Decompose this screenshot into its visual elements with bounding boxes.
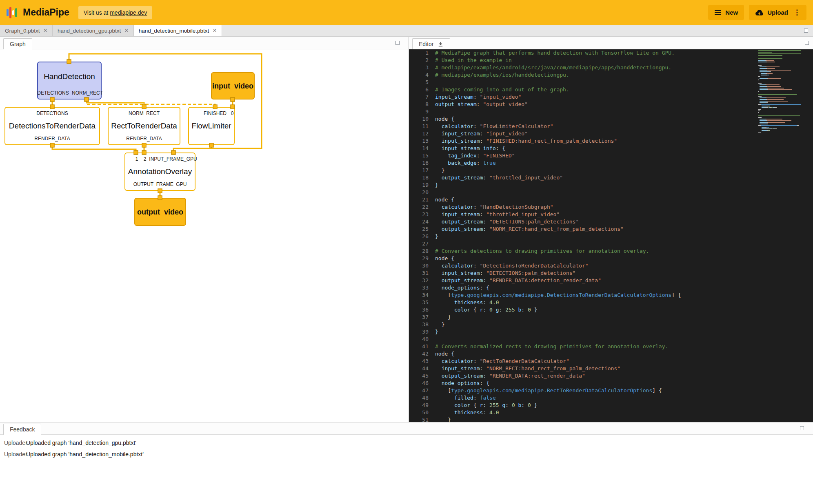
port-label-2: 2 (144, 156, 147, 162)
node-title: input_video (212, 82, 254, 90)
node-title: DetectionsToRenderData (5, 122, 99, 130)
tab-editor-view[interactable]: Editor (412, 38, 450, 49)
port-label-render-data: RENDER_DATA (34, 136, 70, 141)
feedback-row: Uploader Uploaded graph 'hand_detection_… (0, 449, 813, 460)
graph-panel: Graph HandDetection DETECTIONS NORM_RECT… (0, 37, 409, 422)
port-label-output-frame-gpu: OUTPUT_FRAME_GPU (133, 181, 187, 187)
port-label-norm-rect: NORM_RECT (72, 90, 103, 96)
edge-norm-rect (87, 99, 144, 107)
feedback-row: Uploader Uploaded graph 'hand_detection_… (0, 437, 813, 449)
app-title: MediaPipe (23, 7, 69, 18)
port-label-1: 1 (136, 156, 138, 162)
upload-button[interactable]: Upload ⋮ (749, 5, 806, 20)
graph-node-output-video[interactable]: output_video (134, 198, 186, 226)
tab-label: hand_detection_mobile.pbtxt (139, 28, 209, 34)
node-title: RectToRenderData (109, 122, 180, 130)
port-label-render-data: RENDER_DATA (126, 136, 162, 141)
maximize-icon[interactable] (804, 29, 808, 33)
download-icon[interactable] (438, 41, 444, 47)
new-button[interactable]: New (708, 5, 744, 20)
close-icon[interactable]: × (124, 27, 128, 34)
tab-hand-detection-gpu[interactable]: hand_detection_gpu.pbtxt × (53, 25, 134, 36)
visit-chip: Visit us at mediapipe.dev (78, 6, 153, 19)
maximize-icon[interactable] (805, 41, 809, 45)
menu-icon (714, 10, 722, 15)
editor-panel: Editor 1# MediaPipe graph that performs … (409, 37, 813, 422)
feedback-panel-bar: Feedback (0, 422, 813, 435)
edge-throttled-to-overlay (173, 145, 211, 153)
mediapipe-dev-link[interactable]: mediapipe.dev (110, 9, 147, 16)
app-header: MediaPipe Visit us at mediapipe.dev New … (0, 0, 813, 25)
graph-canvas[interactable]: HandDetection DETECTIONS NORM_RECT input… (0, 49, 409, 422)
graph-node-flowlimiter[interactable]: FINISHED 0 FlowLimiter (188, 107, 235, 145)
feedback-source: Uploader (0, 451, 26, 458)
feedback-panel: Feedback Uploader Uploaded graph 'hand_d… (0, 422, 813, 504)
node-title: HandDetection (38, 72, 101, 81)
graph-node-detectionstorenderdata[interactable]: DETECTIONS DetectionsToRenderData RENDER… (4, 107, 100, 145)
port-label-detections: DETECTIONS (37, 90, 69, 96)
code-lines[interactable]: 1# MediaPipe graph that performs hand de… (409, 49, 813, 422)
close-icon[interactable]: × (213, 27, 216, 34)
tab-feedback[interactable]: Feedback (3, 424, 41, 435)
tab-label: Graph_0.pbtxt (5, 28, 40, 34)
mediapipe-logo-icon (7, 7, 18, 19)
feedback-tab-label: Feedback (10, 426, 35, 433)
kebab-menu-icon[interactable]: ⋮ (793, 8, 800, 17)
graph-node-annotationoverlay[interactable]: 1 2 INPUT_FRAME_GPU AnnotationOverlay OU… (124, 153, 195, 191)
node-title: FlowLimiter (189, 122, 234, 130)
code-editor[interactable]: 1# MediaPipe graph that performs hand de… (409, 49, 813, 422)
document-tabstrip: Graph_0.pbtxt × hand_detection_gpu.pbtxt… (0, 25, 813, 37)
editor-panel-bar: Editor (409, 37, 813, 49)
editor-tab-label: Editor (419, 41, 434, 47)
node-title: AnnotationOverlay (125, 167, 195, 176)
feedback-message: Uploaded graph 'hand_detection_gpu.pbtxt… (26, 440, 136, 446)
feedback-source: Uploader (0, 440, 26, 446)
port-label-0: 0 (231, 111, 234, 116)
maximize-icon[interactable] (800, 426, 804, 430)
node-title: output_video (135, 208, 185, 216)
graph-node-recttorenderdata[interactable]: NORM_RECT RectToRenderData RENDER_DATA (108, 107, 180, 145)
tab-hand-detection-mobile[interactable]: hand_detection_mobile.pbtxt × (134, 25, 222, 36)
port-label-norm-rect: NORM_RECT (129, 111, 160, 116)
tab-graph-view[interactable]: Graph (3, 38, 32, 49)
maximize-icon[interactable] (395, 41, 400, 45)
graph-node-input-video[interactable]: input_video (211, 72, 255, 99)
graph-tab-label: Graph (10, 41, 26, 47)
cloud-upload-icon (755, 9, 764, 16)
tab-label: hand_detection_gpu.pbtxt (58, 28, 121, 34)
edge-finished-back-edge (87, 99, 215, 107)
upload-button-label: Upload (767, 9, 788, 16)
feedback-log: Uploader Uploaded graph 'hand_detection_… (0, 435, 813, 460)
graph-edges (0, 49, 409, 422)
minimap[interactable] (758, 50, 801, 133)
new-button-label: New (725, 9, 738, 16)
port-label-finished: FINISHED (204, 111, 227, 116)
close-icon[interactable]: × (44, 27, 47, 34)
port-label-input-frame-gpu: INPUT_FRAME_GPU (149, 156, 197, 162)
graph-node-handdetection[interactable]: HandDetection DETECTIONS NORM_RECT (37, 62, 102, 99)
graph-panel-bar: Graph (0, 37, 409, 49)
tab-graph-0[interactable]: Graph_0.pbtxt × (0, 25, 53, 36)
port-label-detections: DETECTIONS (36, 111, 68, 116)
feedback-message: Uploaded graph 'hand_detection_mobile.pb… (26, 451, 144, 458)
edge-detection-render-data (52, 145, 136, 153)
visit-text: Visit us at (84, 9, 108, 16)
